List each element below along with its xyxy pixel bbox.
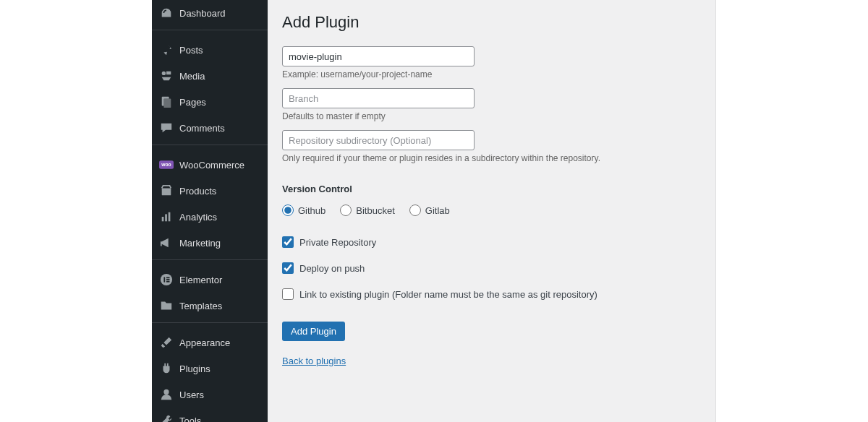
pin-icon [159, 43, 174, 57]
sidebar-item-tools[interactable]: Tools [152, 408, 268, 422]
sidebar-item-pages[interactable]: Pages [152, 89, 268, 115]
main-content: Add Plugin Example: username/your-projec… [268, 0, 716, 422]
radio-bitbucket-input[interactable] [340, 204, 352, 216]
sidebar-item-label: Templates [179, 301, 222, 311]
branch-hint: Defaults to master if empty [282, 111, 701, 121]
checkbox-label: Deploy on push [299, 263, 365, 274]
checkbox-link-input[interactable] [282, 288, 294, 300]
svg-text:woo: woo [161, 163, 171, 168]
sidebar-item-dashboard[interactable]: Dashboard [152, 0, 268, 26]
add-plugin-button[interactable]: Add Plugin [282, 322, 345, 341]
sidebar-item-users[interactable]: Users [152, 382, 268, 408]
megaphone-icon [159, 236, 174, 250]
sidebar-item-label: Products [179, 186, 216, 197]
branch-input[interactable] [282, 88, 475, 108]
svg-point-16 [163, 389, 169, 395]
sidebar-item-media[interactable]: Media [152, 63, 268, 89]
checkbox-private-input[interactable] [282, 236, 294, 248]
subdir-input[interactable] [282, 130, 475, 150]
admin-sidebar: Dashboard Posts Media Pages Comments woo… [152, 0, 268, 422]
svg-rect-8 [162, 217, 164, 221]
checkbox-deploy-input[interactable] [282, 262, 294, 274]
svg-rect-13 [166, 277, 170, 278]
sidebar-item-label: Plugins [179, 363, 210, 374]
sidebar-item-woocommerce[interactable]: woo WooCommerce [152, 152, 268, 178]
sidebar-item-label: WooCommerce [179, 160, 244, 171]
radio-label: Gitlab [425, 205, 450, 216]
svg-rect-12 [163, 277, 165, 282]
repo-hint: Example: username/your-project-name [282, 69, 701, 79]
sidebar-item-plugins[interactable]: Plugins [152, 356, 268, 382]
folder-icon [159, 298, 174, 313]
checkbox-label: Private Repository [299, 237, 376, 248]
radio-bitbucket[interactable]: Bitbucket [340, 204, 394, 216]
radio-gitlab[interactable]: Gitlab [409, 204, 450, 216]
radio-github[interactable]: Github [282, 204, 326, 216]
wrench-icon [159, 413, 174, 422]
svg-point-0 [162, 72, 166, 75]
svg-rect-7 [162, 188, 171, 195]
checkbox-link-existing[interactable]: Link to existing plugin (Folder name mus… [282, 288, 701, 300]
repo-input[interactable] [282, 46, 475, 66]
sidebar-item-comments[interactable]: Comments [152, 115, 268, 141]
user-icon [159, 387, 174, 402]
back-to-plugins-link[interactable]: Back to plugins [282, 356, 346, 366]
woo-icon: woo [159, 158, 174, 172]
checkbox-deploy-push[interactable]: Deploy on push [282, 262, 701, 274]
sidebar-item-posts[interactable]: Posts [152, 37, 268, 63]
page-title: Add Plugin [282, 13, 701, 32]
plug-icon [159, 361, 174, 376]
svg-rect-1 [166, 72, 171, 75]
checkbox-label: Link to existing plugin (Folder name mus… [299, 289, 597, 300]
sidebar-item-label: Media [179, 71, 205, 82]
sidebar-item-label: Marketing [179, 238, 221, 249]
sidebar-item-label: Dashboard [179, 8, 226, 19]
svg-rect-9 [165, 214, 167, 221]
checkbox-private-repo[interactable]: Private Repository [282, 236, 701, 248]
sidebar-item-label: Elementor [179, 275, 222, 285]
comment-icon [159, 121, 174, 135]
dashboard-icon [159, 6, 174, 20]
sidebar-item-label: Tools [179, 415, 201, 423]
radio-gitlab-input[interactable] [409, 204, 421, 216]
sidebar-item-label: Appearance [179, 337, 230, 348]
sidebar-item-label: Comments [179, 123, 225, 134]
sidebar-item-label: Analytics [179, 212, 217, 223]
svg-rect-10 [169, 212, 171, 222]
svg-rect-15 [166, 281, 170, 283]
radio-github-input[interactable] [282, 204, 294, 216]
page-icon [159, 95, 174, 109]
svg-rect-4 [163, 99, 171, 108]
analytics-icon [159, 210, 174, 224]
sidebar-item-templates[interactable]: Templates [152, 293, 268, 319]
version-control-label: Version Control [282, 184, 701, 194]
sidebar-item-products[interactable]: Products [152, 178, 268, 204]
sidebar-item-marketing[interactable]: Marketing [152, 230, 268, 256]
media-icon [159, 69, 174, 83]
sidebar-item-label: Users [179, 389, 204, 400]
sidebar-item-analytics[interactable]: Analytics [152, 204, 268, 230]
sidebar-item-label: Posts [179, 45, 203, 56]
elementor-icon [159, 272, 174, 287]
sidebar-item-elementor[interactable]: Elementor [152, 267, 268, 293]
sidebar-item-appearance[interactable]: Appearance [152, 330, 268, 356]
radio-label: Github [298, 205, 326, 216]
subdir-hint: Only required if your theme or plugin re… [282, 153, 701, 163]
svg-rect-14 [166, 279, 170, 280]
brush-icon [159, 335, 174, 350]
sidebar-item-label: Pages [179, 97, 206, 108]
products-icon [159, 184, 174, 198]
radio-label: Bitbucket [356, 205, 394, 216]
